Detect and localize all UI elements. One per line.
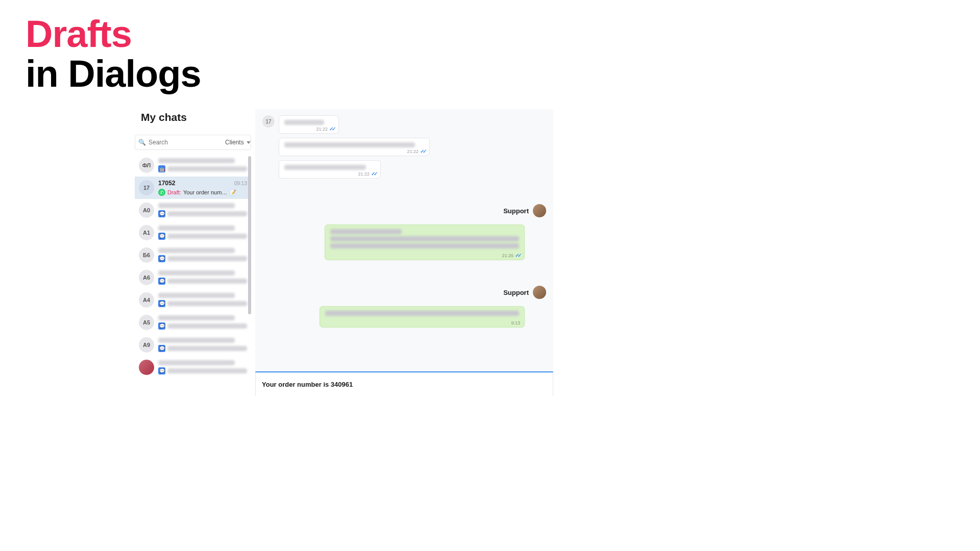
filter-label[interactable]: Clients <box>225 139 244 146</box>
chat-list-item[interactable]: 171705209:13Draft:Your order num…📝 <box>135 177 251 199</box>
read-ticks-icon: ✓✓ <box>420 148 425 154</box>
avatar <box>533 286 546 299</box>
redacted-text <box>330 236 519 241</box>
avatar: A1 <box>139 225 154 240</box>
avatar: 17 <box>139 180 154 195</box>
redacted-text <box>325 311 519 316</box>
redacted-preview <box>167 346 247 351</box>
outgoing-message[interactable]: 9:13 <box>320 306 525 328</box>
decorative-blob <box>592 276 980 551</box>
redacted-preview <box>167 368 247 373</box>
redacted-preview <box>167 301 247 306</box>
outgoing-message[interactable]: 21:26✓✓ <box>325 224 525 260</box>
message-composer[interactable]: Your order number is 340961 <box>255 371 553 396</box>
incoming-message[interactable]: 21:22✓✓ <box>279 115 339 134</box>
avatar: A6 <box>139 270 154 285</box>
list-item-body <box>158 270 247 285</box>
sender-label: Support <box>503 207 529 215</box>
message-time: 9:13 <box>511 320 520 325</box>
chat-list-item[interactable]: ФЛ <box>135 154 251 177</box>
message-meta: 21:22✓✓ <box>316 126 334 132</box>
headline-accent: Drafts <box>26 15 201 53</box>
redacted-text <box>284 120 324 125</box>
list-item-body <box>158 158 247 172</box>
read-ticks-icon: ✓✓ <box>329 126 334 132</box>
chevron-down-icon[interactable] <box>247 141 251 144</box>
chat-pane: 1721:22✓✓21:22✓✓21:22✓✓Support21:26✓✓Sup… <box>255 109 553 396</box>
chat-icon <box>158 322 165 330</box>
message-meta: 21:22✓✓ <box>407 148 425 154</box>
message-area[interactable]: 1721:22✓✓21:22✓✓21:22✓✓Support21:26✓✓Sup… <box>255 109 553 371</box>
outgoing-group: 21:26✓✓ <box>262 224 546 260</box>
message-time: 21:22 <box>316 127 328 132</box>
composer-draft-text[interactable]: Your order number is 340961 <box>262 381 353 388</box>
chat-list-item[interactable]: A0 <box>135 199 251 221</box>
redacted-preview <box>167 323 247 329</box>
search-icon: 🔍 <box>138 139 146 146</box>
avatar <box>139 360 154 375</box>
chat-icon <box>158 300 165 307</box>
chat-list-item[interactable]: Б6 <box>135 244 251 266</box>
pencil-icon: 📝 <box>229 189 236 196</box>
redacted-preview <box>167 211 247 216</box>
redacted-name <box>158 248 235 253</box>
chat-list-item[interactable]: A5 <box>135 311 251 334</box>
list-item-body <box>158 248 247 262</box>
redacted-text <box>284 165 366 170</box>
redacted-preview <box>167 256 247 261</box>
chat-list-item[interactable] <box>135 356 251 379</box>
redacted-name <box>158 270 235 276</box>
message-time: 21:26 <box>502 253 513 258</box>
redacted-name <box>158 293 235 298</box>
sidebar: My chats 🔍 Clients ФЛ171705209:13Draft:Y… <box>135 109 251 396</box>
redacted-name <box>158 226 235 231</box>
avatar: A9 <box>139 337 154 353</box>
avatar: Б6 <box>139 247 154 263</box>
redacted-name <box>158 315 235 320</box>
read-ticks-icon: ✓✓ <box>371 171 376 177</box>
avatar: ФЛ <box>139 158 154 173</box>
draft-label: Draft: <box>167 189 181 195</box>
list-item-body <box>158 293 247 307</box>
outgoing-header: Support <box>262 204 546 217</box>
search-bar[interactable]: 🔍 Clients <box>135 135 251 150</box>
chat-name: 17052 <box>158 180 175 187</box>
chat-icon <box>158 367 165 374</box>
redacted-text <box>284 142 415 147</box>
chat-icon <box>158 210 165 217</box>
list-item-body <box>158 338 247 352</box>
chat-list[interactable]: ФЛ171705209:13Draft:Your order num…📝A0A1… <box>135 154 251 396</box>
sender-label: Support <box>503 289 529 296</box>
redacted-name <box>158 158 235 163</box>
incoming-message[interactable]: 21:22✓✓ <box>279 160 381 179</box>
avatar <box>533 204 546 217</box>
redacted-preview <box>167 166 247 171</box>
chat-icon <box>158 278 165 285</box>
incoming-message[interactable]: 21:22✓✓ <box>279 138 430 156</box>
redacted-preview <box>167 279 247 284</box>
chat-icon <box>158 233 165 240</box>
search-input[interactable] <box>149 139 225 146</box>
message-time: 21:22 <box>407 149 419 154</box>
chat-list-item[interactable]: A4 <box>135 289 251 311</box>
wa-icon <box>158 189 165 196</box>
headline-main: in Dialogs <box>26 53 201 94</box>
redacted-name <box>158 360 235 365</box>
avatar: A0 <box>139 203 154 218</box>
redacted-name <box>158 203 235 208</box>
redacted-text <box>330 243 519 248</box>
chat-list-item[interactable]: A1 <box>135 221 251 244</box>
chat-list-item[interactable]: A6 <box>135 266 251 289</box>
draft-preview: Your order num… <box>183 189 227 195</box>
bot-icon <box>158 165 165 172</box>
chat-icon <box>158 255 165 262</box>
list-item-body <box>158 315 247 330</box>
avatar: A5 <box>139 315 154 330</box>
list-item-body: 1705209:13Draft:Your order num…📝 <box>158 180 247 196</box>
message-meta: 9:13 <box>511 320 520 325</box>
outgoing-group: 9:13 <box>262 306 546 328</box>
chat-list-item[interactable]: A9 <box>135 334 251 356</box>
avatar: A4 <box>139 292 154 308</box>
list-item-body <box>158 360 247 374</box>
sidebar-title: My chats <box>135 109 251 133</box>
